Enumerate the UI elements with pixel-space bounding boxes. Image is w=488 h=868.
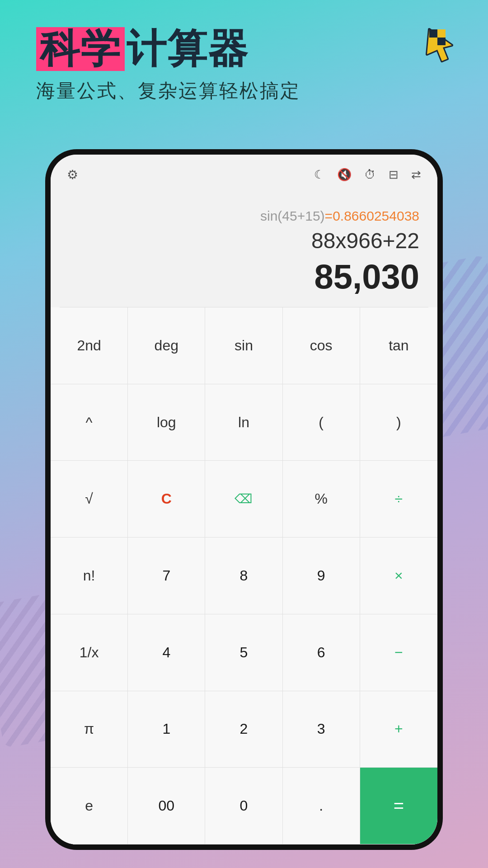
svg-rect-4 bbox=[429, 38, 437, 45]
btn-ln[interactable]: ln bbox=[205, 384, 282, 461]
btn-plus[interactable]: + bbox=[360, 691, 437, 768]
title-highlight: 科学 bbox=[36, 27, 125, 71]
btn-3[interactable]: 3 bbox=[283, 691, 360, 768]
btn-dot[interactable]: . bbox=[283, 768, 360, 844]
btn-7[interactable]: 7 bbox=[128, 538, 205, 614]
toolbar-right: ☾ 🔇 ⏱ ⊟ ⇄ bbox=[314, 168, 421, 182]
btn-close-paren[interactable]: ) bbox=[360, 384, 437, 461]
history-expression: sin(45+15) bbox=[260, 208, 325, 223]
btn-tan[interactable]: tan bbox=[360, 307, 437, 384]
cursor-icon bbox=[420, 25, 461, 66]
btn-power[interactable]: ^ bbox=[51, 384, 128, 461]
display-result: 85,030 bbox=[314, 257, 419, 296]
btn-log[interactable]: log bbox=[128, 384, 205, 461]
btn-1[interactable]: 1 bbox=[128, 691, 205, 768]
button-grid: 2nddegsincostan^logln()√C⌫%÷n!789×1/x456… bbox=[51, 307, 437, 844]
layout-icon[interactable]: ⊟ bbox=[389, 168, 399, 182]
svg-rect-3 bbox=[437, 29, 446, 38]
btn-double-zero[interactable]: 00 bbox=[128, 768, 205, 844]
mute-icon[interactable]: 🔇 bbox=[337, 168, 352, 182]
app-title: 科学 计算器 bbox=[36, 27, 249, 71]
display: sin(45+15)=0.8660254038 88x966+22 85,030 bbox=[51, 189, 437, 307]
display-expression: 88x966+22 bbox=[311, 228, 419, 253]
btn-divide[interactable]: ÷ bbox=[360, 461, 437, 538]
phone-mockup: ⚙ ☾ 🔇 ⏱ ⊟ ⇄ sin(45+15)=0.8660254038 88x9… bbox=[45, 149, 443, 850]
btn-minus[interactable]: − bbox=[360, 614, 437, 691]
settings-icon[interactable]: ⚙ bbox=[67, 167, 78, 182]
btn-reciprocal[interactable]: 1/x bbox=[51, 614, 128, 691]
btn-open-paren[interactable]: ( bbox=[283, 384, 360, 461]
btn-cos[interactable]: cos bbox=[283, 307, 360, 384]
btn-factorial[interactable]: n! bbox=[51, 538, 128, 614]
app-subtitle: 海量公式、复杂运算轻松搞定 bbox=[36, 78, 452, 104]
btn-e[interactable]: e bbox=[51, 768, 128, 844]
history-icon[interactable]: ⏱ bbox=[364, 168, 376, 182]
btn-pi[interactable]: π bbox=[51, 691, 128, 768]
btn-4[interactable]: 4 bbox=[128, 614, 205, 691]
history-result: =0.8660254038 bbox=[325, 208, 419, 223]
btn-2[interactable]: 2 bbox=[205, 691, 282, 768]
svg-rect-5 bbox=[437, 38, 446, 45]
btn-percent[interactable]: % bbox=[283, 461, 360, 538]
btn-sin[interactable]: sin bbox=[205, 307, 282, 384]
btn-sqrt[interactable]: √ bbox=[51, 461, 128, 538]
toolbar: ⚙ ☾ 🔇 ⏱ ⊟ ⇄ bbox=[51, 155, 437, 189]
btn-backspace[interactable]: ⌫ bbox=[205, 461, 282, 538]
display-history: sin(45+15)=0.8660254038 bbox=[260, 208, 419, 224]
btn-deg[interactable]: deg bbox=[128, 307, 205, 384]
btn-equals[interactable]: = bbox=[360, 768, 437, 844]
swap-icon[interactable]: ⇄ bbox=[411, 168, 421, 182]
btn-5[interactable]: 5 bbox=[205, 614, 282, 691]
moon-icon[interactable]: ☾ bbox=[314, 168, 324, 182]
svg-rect-2 bbox=[429, 29, 437, 38]
btn-0[interactable]: 0 bbox=[205, 768, 282, 844]
btn-9[interactable]: 9 bbox=[283, 538, 360, 614]
phone-screen: ⚙ ☾ 🔇 ⏱ ⊟ ⇄ sin(45+15)=0.8660254038 88x9… bbox=[51, 155, 437, 844]
btn-2nd[interactable]: 2nd bbox=[51, 307, 128, 384]
btn-clear[interactable]: C bbox=[128, 461, 205, 538]
btn-multiply[interactable]: × bbox=[360, 538, 437, 614]
btn-6[interactable]: 6 bbox=[283, 614, 360, 691]
btn-8[interactable]: 8 bbox=[205, 538, 282, 614]
header: 科学 计算器 海量公式、复杂运算轻松搞定 bbox=[36, 27, 452, 104]
